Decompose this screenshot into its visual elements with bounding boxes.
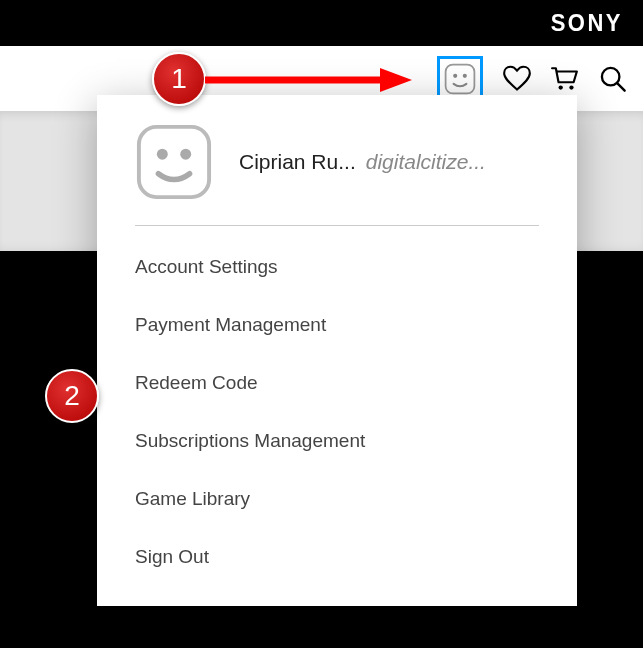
svg-point-9 — [180, 149, 191, 160]
avatar-icon — [135, 123, 213, 201]
account-menu: Account Settings Payment Management Rede… — [97, 238, 577, 586]
svg-point-3 — [559, 85, 563, 89]
menu-game-library[interactable]: Game Library — [97, 470, 577, 528]
menu-sign-out[interactable]: Sign Out — [97, 528, 577, 586]
sony-top-bar: SONY — [0, 0, 643, 46]
annotation-step-2: 2 — [45, 369, 99, 423]
search-button[interactable] — [599, 65, 627, 93]
menu-payment-management[interactable]: Payment Management — [97, 296, 577, 354]
svg-point-4 — [569, 85, 573, 89]
menu-account-settings[interactable]: Account Settings — [97, 238, 577, 296]
wishlist-button[interactable] — [503, 65, 531, 93]
svg-point-1 — [453, 73, 457, 77]
svg-point-2 — [463, 73, 467, 77]
user-display-name: Ciprian Ru... — [239, 150, 356, 174]
heart-icon — [503, 65, 531, 93]
search-icon — [599, 65, 627, 93]
svg-point-8 — [157, 149, 168, 160]
svg-line-6 — [618, 83, 625, 90]
sony-logo: SONY — [551, 9, 623, 38]
svg-rect-0 — [446, 64, 475, 93]
menu-subscriptions-management[interactable]: Subscriptions Management — [97, 412, 577, 470]
menu-redeem-code[interactable]: Redeem Code — [97, 354, 577, 412]
user-handle: digitalcitize... — [366, 150, 486, 174]
annotation-step-1: 1 — [152, 52, 206, 106]
avatar-icon — [444, 63, 476, 95]
account-dropdown: Ciprian Ru... digitalcitize... Account S… — [97, 95, 577, 606]
cart-button[interactable] — [551, 65, 579, 93]
svg-rect-7 — [139, 127, 209, 197]
dropdown-user-header[interactable]: Ciprian Ru... digitalcitize... — [97, 95, 577, 225]
svg-point-5 — [602, 67, 620, 85]
dropdown-divider — [135, 225, 539, 226]
cart-icon — [551, 64, 579, 94]
